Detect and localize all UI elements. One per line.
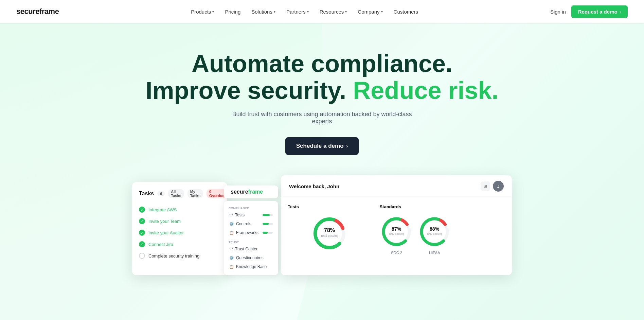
sign-in-link[interactable]: Sign in [550,9,566,15]
nav-partners[interactable]: Partners ▾ [282,6,314,17]
dashboard-icons: ⊞ J [481,181,504,192]
task-check-done: ✓ [139,230,145,236]
task-item: ✓ Connect Jira [139,238,220,250]
task-check-done: ✓ [139,218,145,224]
tests-section-title: Tests [288,204,371,209]
chevron-down-icon: ▾ [345,10,347,14]
hero-headline: Automate compliance. Improve security. R… [16,50,628,104]
nav-company[interactable]: Company ▾ [353,6,387,17]
sidebar-item-knowledge-base[interactable]: 📋Knowledge Base [224,262,278,271]
sidebar-item-tests[interactable]: 🛡Tests [224,211,278,219]
svg-text:Total passing: Total passing [427,232,443,235]
svg-text:87%: 87% [392,226,401,232]
task-check-pending [139,253,145,259]
standards-section: Standards 87% Total passing [379,204,505,255]
hero-section: Automate compliance. Improve security. R… [0,23,644,320]
svg-text:Total passing: Total passing [321,234,339,237]
task-item: ✓ Invite your Auditor [139,227,220,238]
task-check-done: ✓ [139,241,145,247]
trust-section-label: Trust [224,239,278,245]
dashboard-preview: Tasks 6 All Tasks My Tasks 0 Overdue ✓ I… [16,175,628,275]
sf-logo-text: frame [248,189,263,195]
nav-customers[interactable]: Customers [389,6,423,17]
svg-text:Total passing: Total passing [389,232,405,235]
grid-icon[interactable]: ⊞ [481,181,490,191]
hero-content: Automate compliance. Improve security. R… [16,50,628,155]
arrow-right-icon: › [620,9,621,14]
dashboard-header: Welcome back, John ⊞ J [281,175,512,197]
chevron-down-icon: ▾ [212,10,214,14]
task-label: Integrate AWS [148,207,177,212]
tasks-count: 6 [157,191,165,196]
logo[interactable]: secureframe [16,7,59,16]
task-label: Complete security training [148,253,199,259]
task-item: ✓ Integrate AWS [139,204,220,215]
tasks-card: Tasks 6 All Tasks My Tasks 0 Overdue ✓ I… [132,182,227,275]
svg-text:78%: 78% [324,227,335,233]
nav-solutions[interactable]: Solutions ▾ [247,6,280,17]
main-dashboard-card: Welcome back, John ⊞ J Tests [281,175,512,275]
soc2-gauge-chart: 87% Total passing [379,215,413,249]
task-item: Complete security training [139,250,220,262]
soc2-gauge: 87% Total passing SOC 2 [379,215,413,255]
tests-section: Tests 78% Total passing [288,204,371,255]
nav-links: Products ▾ Pricing Solutions ▾ Partners … [186,6,423,17]
task-item: ✓ Invite your Team [139,215,220,227]
hipaa-gauge: 88% Total passing HIPAA [417,215,451,255]
all-tasks-badge: All Tasks [168,189,184,198]
avatar: J [493,181,504,192]
nav-pricing[interactable]: Pricing [220,6,245,17]
nav-products[interactable]: Products ▾ [186,6,219,17]
sidebar-item-frameworks[interactable]: 📋Frameworks [224,228,278,237]
sidebar-item-questionnaires[interactable]: ⚙️Questionnaires [224,253,278,262]
chevron-down-icon: ▾ [274,10,275,14]
chevron-down-icon: ▾ [381,10,383,14]
schedule-demo-button[interactable]: Schedule a demo › [285,137,359,155]
navbar: secureframe Products ▾ Pricing Solutions… [0,0,644,23]
dashboard-main-content: Tests 78% Total passing [281,197,512,262]
tasks-header: Tasks 6 All Tasks My Tasks 0 Overdue [139,189,220,198]
sidebar-item-controls[interactable]: ⚙️Controls [224,219,278,228]
task-label: Invite your Auditor [148,230,184,235]
task-label: Invite your Team [148,219,181,224]
svg-text:88%: 88% [430,226,440,232]
sidebar-item-trust-center[interactable]: 🛡Trust Center [224,245,278,253]
welcome-text: Welcome back, John [289,183,339,189]
hipaa-label: HIPAA [417,251,451,255]
my-tasks-badge: My Tasks [187,189,203,198]
hipaa-gauge-chart: 88% Total passing [417,215,451,249]
task-check-done: ✓ [139,207,145,213]
compliance-section-label: Compliance [224,205,278,211]
tests-gauge-chart: 78% Total passing [311,215,348,252]
task-label: Connect Jira [148,242,173,247]
nav-resources[interactable]: Resources ▾ [315,6,352,17]
chevron-down-icon: ▾ [307,10,309,14]
request-demo-button[interactable]: Request a demo › [571,5,628,18]
arrow-right-icon: › [346,143,348,149]
tasks-title: Tasks [139,191,154,197]
nav-actions: Sign in Request a demo › [550,5,628,18]
hero-subtext: Build trust with customers using automat… [227,111,417,125]
soc2-label: SOC 2 [379,251,413,255]
standards-section-title: Standards [379,204,505,209]
